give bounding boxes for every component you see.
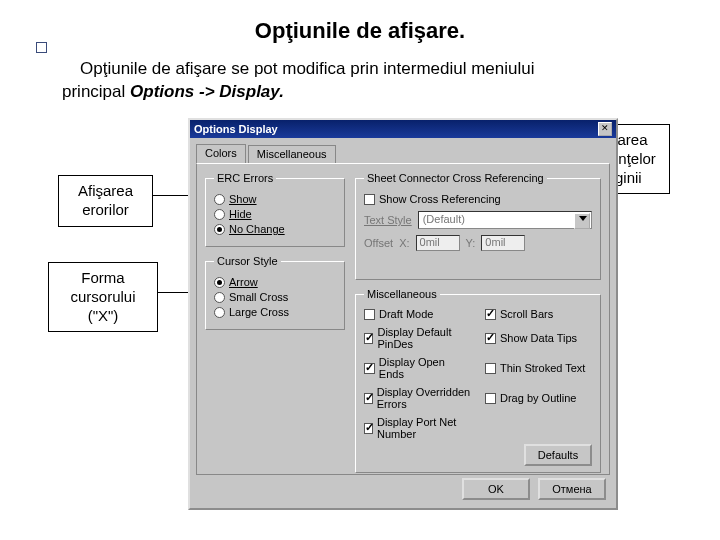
check-default-pindes[interactable]: Display Default PinDes [364, 326, 471, 350]
radio-small-cross[interactable]: Small Cross [214, 291, 336, 303]
tab-panel: ERC Errors Show Hide No Change Cursor St… [196, 163, 610, 475]
check-port-net-number[interactable]: Display Port Net Number [364, 416, 471, 440]
cancel-button[interactable]: Отмена [538, 478, 606, 500]
titlebar: Options Display ✕ [190, 120, 616, 138]
options-display-dialog: Options Display ✕ Colors Miscellaneous E… [188, 118, 618, 510]
close-icon[interactable]: ✕ [598, 122, 612, 136]
chevron-down-icon [579, 216, 587, 221]
offset-x-input[interactable]: 0mil [416, 235, 460, 251]
offset-label: Offset [364, 237, 393, 249]
bullet-icon [36, 42, 47, 53]
radio-show[interactable]: Show [214, 193, 336, 205]
textstyle-combo[interactable]: (Default) [418, 211, 592, 229]
cursor-legend: Cursor Style [214, 255, 281, 267]
erc-legend: ERC Errors [214, 172, 276, 184]
radio-nochange[interactable]: No Change [214, 223, 336, 235]
tab-colors[interactable]: Colors [196, 144, 246, 163]
offset-y-input[interactable]: 0mil [481, 235, 525, 251]
check-data-tips[interactable]: Show Data Tips [485, 326, 592, 350]
tab-miscellaneous[interactable]: Miscellaneous [248, 145, 336, 164]
erc-errors-group: ERC Errors Show Hide No Change [205, 172, 345, 247]
x-label: X: [399, 237, 409, 249]
cross-ref-group: Sheet Connector Cross Referencing Show C… [355, 172, 601, 280]
callout-errors: Afişarea erorilor [58, 175, 153, 227]
check-draft-mode[interactable]: Draft Mode [364, 308, 471, 320]
check-drag-outline[interactable]: Drag by Outline [485, 386, 592, 410]
radio-arrow[interactable]: Arrow [214, 276, 336, 288]
cursor-style-group: Cursor Style Arrow Small Cross Large Cro… [205, 255, 345, 330]
check-show-xref[interactable]: Show Cross Referencing [364, 193, 592, 205]
check-thin-stroked[interactable]: Thin Stroked Text [485, 356, 592, 380]
intro-text: Opţiunile de afişare se pot modifica pri… [62, 58, 672, 104]
check-open-ends[interactable]: Display Open Ends [364, 356, 471, 380]
y-label: Y: [466, 237, 476, 249]
page-title: Opţiunile de afişare. [0, 18, 720, 44]
radio-large-cross[interactable]: Large Cross [214, 306, 336, 318]
check-overridden-errors[interactable]: Display Overridden Errors [364, 386, 471, 410]
check-scroll-bars[interactable]: Scroll Bars [485, 308, 592, 320]
misc-legend: Miscellaneous [364, 288, 440, 300]
ok-button[interactable]: OK [462, 478, 530, 500]
xref-legend: Sheet Connector Cross Referencing [364, 172, 547, 184]
radio-hide[interactable]: Hide [214, 208, 336, 220]
miscellaneous-group: Miscellaneous Draft Mode Scroll Bars Dis… [355, 288, 601, 473]
callout-cursor: Forma cursorului ("X") [48, 262, 158, 332]
dialog-title: Options Display [194, 123, 278, 135]
textstyle-label: Text Style [364, 214, 412, 226]
defaults-button[interactable]: Defaults [524, 444, 592, 466]
